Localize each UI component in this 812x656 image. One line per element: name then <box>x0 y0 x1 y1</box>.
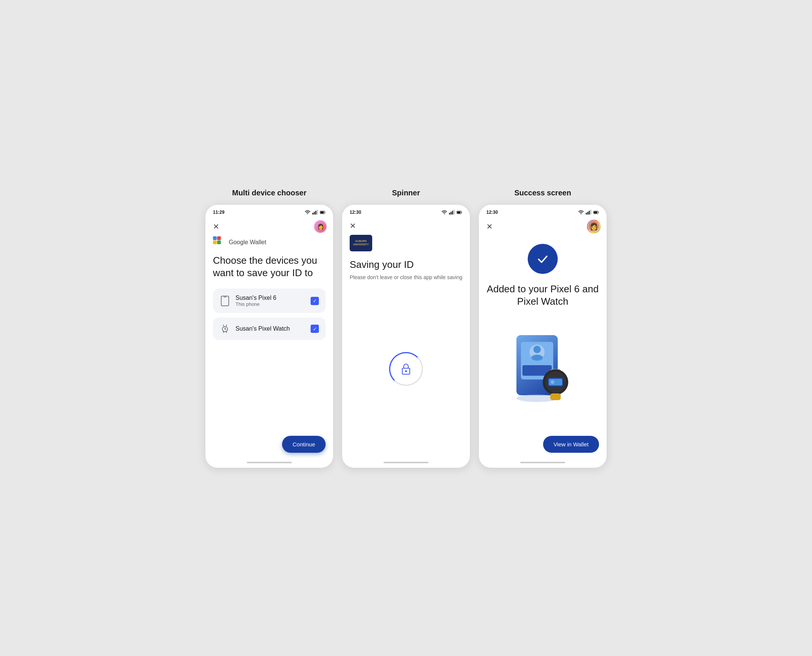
battery-icon-3 <box>593 209 599 215</box>
avatar-img-1: 👩 <box>314 221 326 232</box>
screen2-wrapper: Spinner 12:30 ✕ AUBURN <box>342 189 470 468</box>
status-bar-1: 11:29 <box>205 205 333 217</box>
device-name-pixel6: Susan's Pixel 6 <box>236 295 310 301</box>
status-bar-2: 12:30 <box>342 205 470 217</box>
wifi-icon-2 <box>441 209 447 215</box>
college-logo-text: AUBURN UNIVERSITY <box>353 240 369 246</box>
google-wallet-icon <box>213 236 225 248</box>
screen2-content: AUBURN UNIVERSITY Saving your ID Please … <box>342 235 470 462</box>
status-icons-1 <box>304 209 326 215</box>
screen3-wrapper: Success screen 12:30 ✕ 👩 <box>479 189 607 468</box>
svg-point-28 <box>405 370 407 372</box>
screen3-content: Added to your Pixel 6 and Pixel Watch <box>479 236 607 462</box>
saving-heading: Saving your ID <box>350 259 462 271</box>
svg-rect-5 <box>324 212 325 213</box>
status-time-3: 12:30 <box>486 210 498 215</box>
svg-point-40 <box>533 346 541 353</box>
checkmark-svg <box>536 252 550 266</box>
spinner-area <box>350 299 462 462</box>
avatar-3: 👩 <box>587 220 601 233</box>
phone-watch-illustration <box>502 328 584 410</box>
status-icons-2 <box>441 209 462 215</box>
svg-point-41 <box>531 355 543 361</box>
svg-rect-3 <box>317 210 318 215</box>
svg-rect-25 <box>461 212 462 213</box>
svg-rect-1 <box>314 212 315 214</box>
status-time-1: 11:29 <box>213 210 225 215</box>
screen3-title: Success screen <box>514 189 571 197</box>
close-button-2[interactable]: ✕ <box>348 220 358 232</box>
top-bar-3: ✕ 👩 <box>479 217 607 236</box>
svg-rect-31 <box>589 211 590 215</box>
view-wallet-button[interactable]: View in Wallet <box>543 436 599 453</box>
phone-frame-3: 12:30 ✕ 👩 <box>479 205 607 468</box>
screen1-title: Multi device chooser <box>232 189 306 197</box>
svg-rect-22 <box>452 211 453 215</box>
svg-rect-30 <box>587 212 588 214</box>
continue-button[interactable]: Continue <box>282 436 326 453</box>
lock-icon <box>399 362 413 376</box>
signal-icon-3 <box>585 209 591 215</box>
wallet-name: Google Wallet <box>229 239 266 246</box>
svg-rect-32 <box>590 210 591 215</box>
device-item-pixel6[interactable]: Susan's Pixel 6 This phone ✓ <box>213 289 326 313</box>
wallet-header: Google Wallet <box>213 236 326 248</box>
checkbox-watch[interactable]: ✓ <box>310 325 319 333</box>
svg-rect-29 <box>586 213 587 215</box>
svg-rect-26 <box>457 211 460 213</box>
watch-device-icon <box>220 323 230 334</box>
spinner-circle <box>389 352 423 386</box>
college-logo: AUBURN UNIVERSITY <box>350 235 372 251</box>
phone-device-icon <box>220 296 230 306</box>
status-icons-3 <box>578 209 599 215</box>
status-time-2: 12:30 <box>350 210 361 215</box>
device-name-watch: Susan's Pixel Watch <box>236 325 310 332</box>
device-info-pixel6: Susan's Pixel 6 This phone <box>236 295 310 307</box>
view-wallet-area: View in Wallet <box>486 430 599 462</box>
device-info-watch: Susan's Pixel Watch <box>236 325 310 332</box>
close-button-3[interactable]: ✕ <box>485 221 494 232</box>
svg-rect-11 <box>221 296 229 306</box>
success-check-icon <box>528 244 558 274</box>
battery-icon-1 <box>320 209 326 215</box>
battery-icon-2 <box>456 209 462 215</box>
top-bar-1: ✕ 👩 <box>205 217 333 236</box>
wifi-icon-1 <box>304 209 310 215</box>
svg-rect-50 <box>550 393 561 400</box>
checkbox-pixel6[interactable]: ✓ <box>310 297 319 305</box>
continue-area: Continue <box>213 430 326 462</box>
wifi-icon-3 <box>578 209 584 215</box>
main-heading-1: Choose the devices you want to save your… <box>213 254 326 280</box>
svg-rect-23 <box>454 210 455 215</box>
avatar-face-3: 👩 <box>588 221 599 232</box>
screen1-wrapper: Multi device chooser 11:29 ✕ 👩 <box>205 189 333 468</box>
svg-rect-9 <box>213 240 217 244</box>
svg-rect-10 <box>217 240 221 244</box>
svg-rect-21 <box>451 212 452 214</box>
svg-rect-0 <box>312 213 313 215</box>
svg-rect-7 <box>213 236 217 240</box>
signal-icon-1 <box>312 209 318 215</box>
svg-point-49 <box>551 380 554 384</box>
saving-sub: Please don't leave or close this app whi… <box>350 274 462 280</box>
screen1-content: Google Wallet Choose the devices you wan… <box>205 236 333 462</box>
illustration-area <box>486 316 599 429</box>
svg-rect-20 <box>449 213 450 215</box>
home-indicator-2 <box>383 462 429 463</box>
svg-rect-34 <box>598 212 598 213</box>
home-indicator-1 <box>247 462 292 463</box>
phone-frame-2: 12:30 ✕ AUBURN UNIVERSITY <box>342 205 470 468</box>
phone-frame-1: 11:29 ✕ 👩 <box>205 205 333 468</box>
success-heading: Added to your Pixel 6 and Pixel Watch <box>486 283 599 308</box>
device-item-watch[interactable]: Susan's Pixel Watch ✓ <box>213 317 326 340</box>
status-bar-3: 12:30 <box>479 205 607 217</box>
device-sub-pixel6: This phone <box>236 301 310 307</box>
signal-icon-2 <box>449 209 455 215</box>
avatar-1: 👩 <box>313 220 327 233</box>
svg-rect-35 <box>594 211 597 213</box>
screen2-title: Spinner <box>392 189 420 197</box>
close-button-1[interactable]: ✕ <box>211 221 221 232</box>
svg-rect-2 <box>315 211 316 215</box>
screens-container: Multi device chooser 11:29 ✕ 👩 <box>205 189 607 468</box>
home-indicator-3 <box>520 462 565 463</box>
